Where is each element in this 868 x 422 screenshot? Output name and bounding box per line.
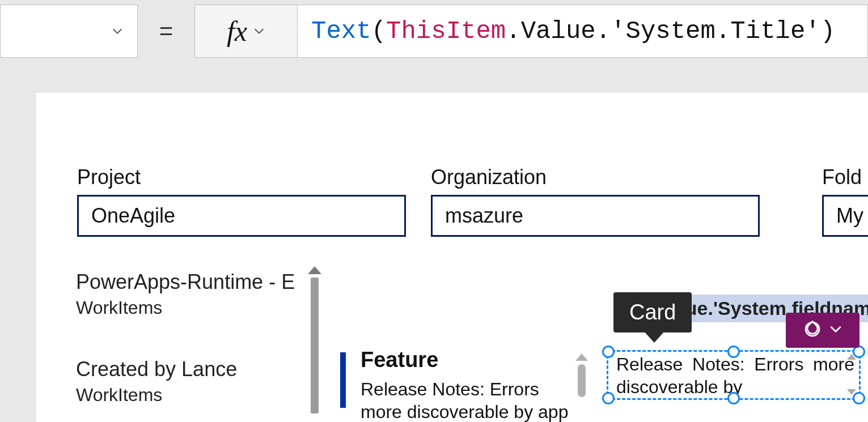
detail-accent-bar [340,352,346,408]
left-scrollbar[interactable] [307,266,322,419]
formula-token-open: ( [371,17,386,45]
chevron-down-icon [253,25,265,37]
list-item[interactable]: PowerApps-Runtime - E WorkItems [76,270,321,318]
list-item-title: PowerApps-Runtime - E [76,270,321,294]
copilot-icon [802,319,823,342]
fx-button[interactable]: fx [194,5,298,58]
formula-token-rest: .Value.'System.Title') [506,17,835,45]
scroll-up-arrow-icon [575,353,588,361]
resize-handle[interactable] [727,346,740,358]
project-input[interactable]: OneAgile [77,195,406,237]
card-tooltip: Card [613,292,692,333]
folder-field-group: Fold My [822,165,868,237]
project-label: Project [77,165,406,189]
scroll-thumb[interactable] [311,278,319,414]
formula-bar: = fx Text(ThisItem.Value.'System.Title') [0,0,868,60]
folder-input[interactable]: My [822,195,868,237]
organization-field-group: Organization msazure [431,165,760,237]
detail-heading: Feature [361,348,578,372]
folder-label: Fold [822,165,868,189]
selected-card[interactable]: Release Notes: Errors more discoverable … [607,350,861,400]
chevron-down-icon [828,322,843,339]
formula-input[interactable]: Text(ThisItem.Value.'System.Title') [298,5,868,58]
detail-pane: Feature Release Notes: Errors more disco… [340,348,578,422]
list-item-subtitle: WorkItems [76,385,321,406]
equals-label: = [138,5,194,58]
copilot-badge[interactable] [786,313,859,348]
resize-handle[interactable] [727,392,740,404]
organization-label: Organization [431,165,760,189]
card-text: Release Notes: Errors more discoverable … [616,354,854,397]
scroll-up-arrow-icon [847,354,856,360]
design-canvas: Project OneAgile Organization msazure Fo… [36,93,868,422]
chevron-down-icon [111,25,124,37]
scroll-thumb[interactable] [578,364,586,397]
list-item-title: Created by Lance [76,357,321,381]
query-list: PowerApps-Runtime - E WorkItems Created … [76,270,321,422]
card-scrollbar[interactable] [846,354,857,398]
scroll-up-arrow-icon [308,266,321,274]
detail-body: Release Notes: Errors more discoverable … [361,378,578,422]
list-item[interactable]: Created by Lance WorkItems [76,357,321,406]
fx-icon: fx [227,15,247,48]
resize-handle[interactable] [602,392,615,404]
organization-input[interactable]: msazure [431,195,760,237]
detail-scrollbar[interactable] [575,353,588,397]
project-field-group: Project OneAgile [77,165,406,237]
formula-token-this: ThisItem [386,17,506,45]
scroll-down-arrow-icon [847,389,856,395]
list-item-subtitle: WorkItems [76,297,321,318]
property-dropdown[interactable] [0,5,138,58]
formula-token-fn: Text [311,17,371,45]
resize-handle[interactable] [602,346,615,358]
